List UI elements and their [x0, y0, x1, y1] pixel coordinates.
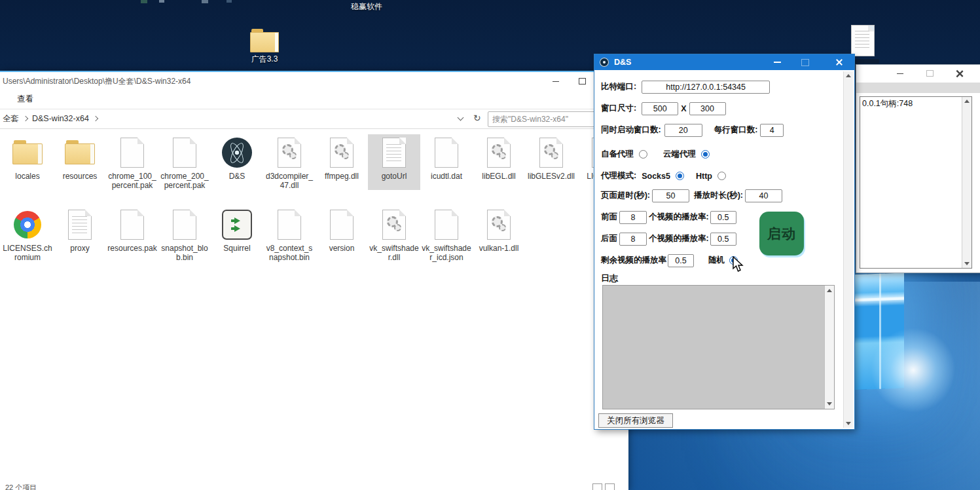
file-item[interactable]: LICENSES.chromium	[1, 206, 54, 262]
per-row-input[interactable]: 4	[760, 124, 784, 137]
back-rate-label: 个视频的播放率:	[649, 233, 709, 244]
log-textarea[interactable]	[602, 285, 835, 409]
search-input[interactable]: 搜索"D&S-win32-x64"	[488, 111, 604, 127]
file-item[interactable]: resources	[54, 134, 106, 190]
scroll-up-icon[interactable]	[827, 289, 832, 292]
scroll-up-icon[interactable]	[846, 74, 851, 77]
cloud-proxy-radio[interactable]	[701, 150, 710, 159]
file-item[interactable]: vk_swiftshader_icd.json	[420, 206, 473, 262]
search-placeholder: 搜索"D&S-win32-x64"	[492, 114, 568, 125]
file-item[interactable]: D&S	[211, 134, 263, 190]
start-button[interactable]: 启动	[759, 212, 804, 255]
port-input[interactable]: http://127.0.0.1:54345	[642, 81, 770, 94]
file-item[interactable]: chrome_200_percent.pak	[158, 134, 211, 190]
port-label: 比特端口:	[601, 81, 636, 92]
file-item[interactable]: locales	[1, 134, 54, 190]
back-rate-input[interactable]: 0.5	[710, 233, 736, 246]
concurrent-input[interactable]: 20	[664, 124, 702, 137]
details-view-toggle-icon[interactable]	[592, 483, 602, 490]
desktop-icon-label: 稳赢软件	[340, 1, 393, 12]
own-proxy-radio[interactable]	[639, 150, 647, 159]
file-item[interactable]: vk_swiftshader.dll	[368, 206, 420, 262]
rwin-log-textarea[interactable]: 0.0.1句柄:748	[860, 96, 972, 269]
file-item[interactable]: d3dcompiler_47.dll	[263, 134, 316, 190]
desktop-document-icon[interactable]	[840, 25, 886, 56]
front-rate-input[interactable]: 0.5	[710, 211, 736, 224]
ds-minimize-button[interactable]	[766, 54, 788, 70]
http-label: Http	[696, 172, 712, 181]
rest-rate-row: 剩余视频的播放率 0.5 随机	[601, 254, 738, 267]
clipped-desktop-icon-fragment	[141, 0, 147, 3]
file-item[interactable]: snapshot_blob.bin	[158, 206, 211, 262]
file-item[interactable]: icudtl.dat	[420, 134, 473, 190]
clipped-desktop-icon-fragment	[159, 0, 164, 3]
ds-close-button[interactable]	[827, 54, 850, 70]
squirrel-icon	[221, 209, 253, 240]
explorer-minimize-button[interactable]	[545, 75, 567, 88]
explorer-status-bar: 22 个项目	[0, 481, 628, 490]
file-item-selected[interactable]: gotoUrl	[368, 134, 420, 190]
file-item[interactable]: ffmpeg.dll	[316, 134, 368, 190]
address-dropdown-chevron-icon[interactable]	[458, 115, 464, 121]
file-icon	[326, 209, 357, 240]
desktop-icon-label-wenying[interactable]: 稳赢软件	[340, 1, 393, 12]
rwin-maximize-button[interactable]	[920, 66, 939, 81]
file-item[interactable]: resources.pak	[106, 206, 158, 262]
item-count-text: 22 个项目	[5, 483, 37, 490]
ds-app-icon	[600, 58, 609, 67]
file-item[interactable]: vulkan-1.dll	[473, 206, 525, 262]
ds-maximize-button[interactable]	[794, 54, 816, 70]
rwin-close-button[interactable]	[949, 66, 969, 81]
ds-window-title: D&S	[614, 58, 631, 67]
timeout-input[interactable]: 50	[652, 189, 689, 202]
file-explorer-window: Users\Administrator\Desktop\撸U全套\D&S-win…	[0, 71, 628, 490]
proxy-mode-row: 代理模式: Socks5 Http	[601, 169, 726, 183]
wallpaper-glow-hotspot	[871, 328, 956, 413]
ds-window-scrollbar[interactable]	[843, 71, 853, 428]
front-count-input[interactable]: 8	[619, 211, 647, 224]
window-count-row: 同时启动窗口数: 20 每行窗口数: 4	[601, 123, 784, 137]
refresh-icon[interactable]: ↻	[473, 113, 481, 123]
thumbnail-view-toggle-icon[interactable]	[605, 483, 615, 490]
explorer-maximize-button[interactable]	[571, 75, 593, 88]
rwin-log-text: 0.0.1句柄:748	[862, 99, 913, 108]
dll-gear-icon	[483, 137, 515, 168]
scroll-down-icon[interactable]	[827, 402, 832, 405]
width-input[interactable]: 500	[642, 102, 678, 115]
file-item[interactable]: v8_context_snapshot.bin	[263, 206, 316, 262]
file-item[interactable]: proxy	[54, 206, 106, 262]
rest-rate-input[interactable]: 0.5	[668, 254, 694, 267]
height-input[interactable]: 300	[689, 102, 726, 115]
chevron-right-icon	[23, 116, 28, 121]
scroll-up-icon[interactable]	[964, 100, 970, 103]
log-scrollbar[interactable]	[824, 286, 834, 409]
rwin-minimize-button[interactable]	[890, 66, 910, 81]
front-rate-label: 个视频的播放率:	[649, 212, 709, 223]
close-all-browsers-button[interactable]: 关闭所有浏览器	[598, 413, 673, 428]
electron-app-icon	[221, 137, 253, 168]
file-item[interactable]: libGLESv2.dll	[525, 134, 577, 190]
breadcrumb-segment[interactable]: D&S-win32-x64	[32, 114, 89, 123]
explorer-address-bar: 全套D&S-win32-x64 ↻ 搜索"D&S-win32-x64"	[0, 109, 628, 129]
size-separator: X	[681, 104, 686, 113]
file-item[interactable]: libEGL.dll	[473, 134, 525, 190]
scroll-down-icon[interactable]	[846, 422, 851, 425]
proxy-source-row: 自备代理 云端代理	[601, 147, 710, 161]
scroll-down-icon[interactable]	[964, 262, 970, 265]
duration-input[interactable]: 40	[745, 189, 782, 202]
file-grid-row: locales resources chrome_100_percent.pak…	[1, 134, 630, 190]
back-count-input[interactable]: 8	[619, 233, 647, 246]
maximize-icon	[801, 59, 809, 66]
http-radio[interactable]	[717, 172, 726, 180]
file-item[interactable]: version	[316, 206, 368, 262]
menu-item-view[interactable]: 查看	[17, 94, 33, 105]
proxy-mode-label: 代理模式:	[601, 170, 636, 181]
random-radio[interactable]	[729, 256, 738, 265]
rwin-scrollbar[interactable]	[962, 97, 971, 268]
file-item[interactable]: chrome_100_percent.pak	[106, 134, 158, 190]
file-item[interactable]: Squirrel	[211, 206, 263, 262]
desktop-folder-icon-guanggao[interactable]: 广告3.3	[241, 29, 288, 65]
socks5-radio[interactable]	[676, 172, 684, 180]
breadcrumb-segment[interactable]: 全套	[3, 114, 19, 123]
breadcrumb: 全套D&S-win32-x64	[3, 113, 102, 124]
